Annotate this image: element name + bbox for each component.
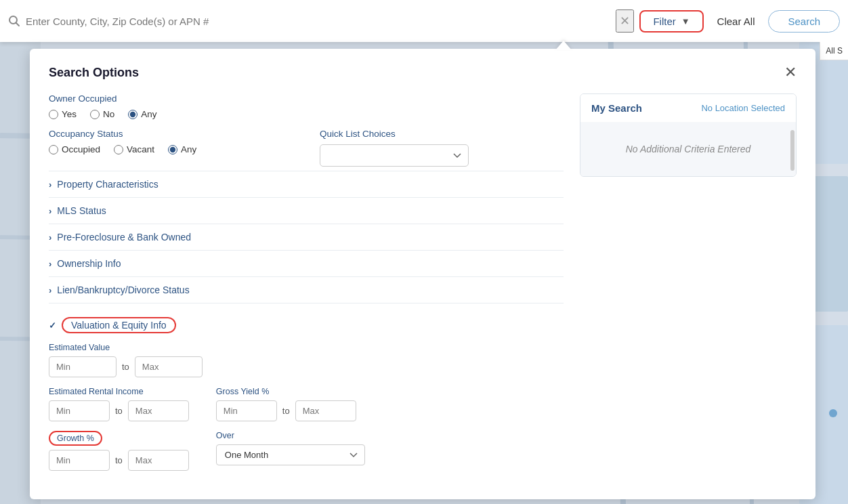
growth-max[interactable]	[128, 450, 189, 471]
gross-yield-range: to	[216, 400, 356, 421]
no-criteria-text: No Additional Criteria Entered	[626, 144, 751, 154]
owner-occupied-group: Owner Occupied Yes No Any	[49, 93, 564, 119]
filter-label: Filter	[653, 16, 675, 27]
occupancy-any[interactable]: Any	[168, 144, 196, 154]
filter-button[interactable]: Filter ▼	[639, 10, 703, 33]
my-search-title: My Search	[591, 102, 642, 114]
estimated-value-min[interactable]	[49, 356, 116, 377]
no-location-text: No Location Selected	[701, 103, 785, 113]
clear-all-button[interactable]: Clear All	[709, 12, 763, 31]
chevron-down-icon-valuation: ✓	[49, 320, 56, 331]
over-group: Over One Month Three Months Six Months O…	[216, 431, 365, 471]
owner-occupied-any[interactable]: Any	[128, 109, 156, 119]
gross-yield-max[interactable]	[295, 400, 356, 421]
quick-list-col: Quick List Choices	[320, 129, 564, 167]
rental-income-range: to	[49, 400, 189, 421]
chevron-right-icon-4: ›	[49, 259, 51, 269]
growth-percent-label: Growth %	[49, 431, 102, 446]
owner-occupied-no[interactable]: No	[90, 109, 114, 119]
all-s-tab: All S	[820, 42, 848, 60]
filter-dropdown-arrow	[555, 41, 572, 50]
occupancy-occupied[interactable]: Occupied	[49, 144, 100, 154]
valuation-section: ✓ Valuation & Equity Info Estimated Valu…	[49, 303, 564, 480]
estimated-value-label: Estimated Value	[49, 343, 564, 352]
gross-yield-min[interactable]	[216, 400, 277, 421]
owner-occupied-radios: Yes No Any	[49, 109, 564, 119]
over-select[interactable]: One Month Three Months Six Months One Ye…	[216, 444, 365, 465]
gross-yield-group: Gross Yield % to	[216, 387, 356, 421]
mls-status-section[interactable]: › MLS Status	[49, 197, 564, 224]
search-input[interactable]	[26, 16, 610, 27]
my-search-panel-container: My Search No Location Selected No Additi…	[580, 93, 797, 480]
pre-foreclosure-section[interactable]: › Pre-Foreclosure & Bank Owned	[49, 224, 564, 250]
valuation-equity-label[interactable]: Valuation & Equity Info	[62, 317, 176, 333]
owner-occupied-label: Owner Occupied	[49, 93, 564, 104]
rental-income-min[interactable]	[49, 400, 110, 421]
svg-line-17	[16, 23, 20, 26]
chevron-right-icon: ›	[49, 180, 51, 190]
growth-range: to	[49, 450, 189, 471]
my-search-panel: My Search No Location Selected No Additi…	[580, 93, 797, 177]
chevron-right-icon-5: ›	[49, 285, 51, 295]
scrollbar[interactable]	[790, 130, 794, 171]
rental-income-max[interactable]	[128, 400, 189, 421]
ownership-info-section[interactable]: › Ownership Info	[49, 250, 564, 276]
search-options-panel: Search Options ✕ Owner Occupied Yes No	[30, 49, 815, 499]
over-label: Over	[216, 431, 365, 440]
clear-input-button[interactable]: ✕	[616, 9, 634, 33]
rental-income-label: Estimated Rental Income	[49, 387, 189, 396]
lien-bankruptcy-section[interactable]: › Lien/Bankruptcy/Divorce Status	[49, 276, 564, 303]
panel-header: Search Options ✕	[49, 65, 797, 80]
quick-list-select[interactable]	[320, 144, 469, 167]
estimated-value-max[interactable]	[135, 356, 203, 377]
estimated-value-range: to	[49, 356, 564, 377]
chevron-right-icon-3: ›	[49, 232, 51, 243]
top-bar: ✕ Filter ▼ Clear All Search	[0, 0, 848, 42]
rental-income-group: Estimated Rental Income to	[49, 387, 189, 421]
gross-yield-label: Gross Yield %	[216, 387, 356, 396]
owner-occupied-yes[interactable]: Yes	[49, 109, 77, 119]
pre-foreclosure-label: Pre-Foreclosure & Bank Owned	[57, 232, 191, 243]
occupancy-vacant[interactable]: Vacant	[114, 144, 154, 154]
rental-yield-row: Estimated Rental Income to Gross Yield %…	[49, 387, 564, 431]
valuation-header-row: ✓ Valuation & Equity Info	[49, 310, 564, 333]
two-col-section: Occupancy Status Occupied Vacant A	[49, 129, 564, 167]
quick-list-label: Quick List Choices	[320, 129, 564, 139]
svg-point-15	[829, 409, 837, 417]
chevron-right-icon-2: ›	[49, 206, 51, 216]
occupancy-status-radios: Occupied Vacant Any	[49, 144, 293, 154]
occupancy-col: Occupancy Status Occupied Vacant A	[49, 129, 293, 167]
search-icon	[8, 15, 20, 27]
mls-status-label: MLS Status	[57, 205, 106, 216]
lien-bankruptcy-label: Lien/Bankruptcy/Divorce Status	[57, 285, 189, 295]
property-characteristics-section[interactable]: › Property Characteristics	[49, 171, 564, 197]
search-button[interactable]: Search	[768, 10, 840, 33]
growth-over-row: Growth % to Over One Month Three Months	[49, 431, 564, 480]
property-characteristics-label: Property Characteristics	[57, 179, 158, 190]
panel-body: Owner Occupied Yes No Any	[49, 93, 797, 480]
my-search-header: My Search No Location Selected	[580, 94, 796, 122]
my-search-body: No Additional Criteria Entered	[580, 122, 796, 176]
panel-left-column: Owner Occupied Yes No Any	[49, 93, 564, 480]
ownership-info-label: Ownership Info	[57, 258, 121, 269]
growth-label-container: Growth %	[49, 431, 189, 446]
growth-min[interactable]	[49, 450, 110, 471]
panel-close-button[interactable]: ✕	[784, 65, 797, 80]
panel-title: Search Options	[49, 66, 139, 80]
estimated-value-group: Estimated Value to	[49, 343, 564, 377]
growth-group: Growth % to	[49, 431, 189, 471]
occupancy-status-label: Occupancy Status	[49, 129, 293, 139]
chevron-down-icon: ▼	[681, 16, 690, 26]
